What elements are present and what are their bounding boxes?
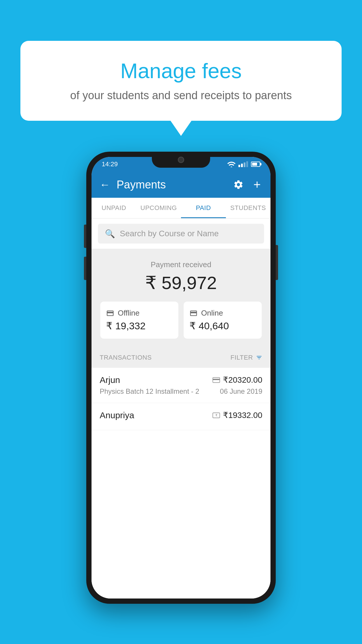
payment-total-amount: ₹ 59,972 <box>100 272 262 293</box>
transaction-name: Anupriya <box>100 410 134 420</box>
manage-fees-subtitle: of your students and send receipts to pa… <box>44 89 318 102</box>
toolbar-actions <box>233 179 262 190</box>
online-card-header: Online <box>189 309 256 318</box>
search-icon: 🔍 <box>105 229 115 239</box>
settings-icon[interactable] <box>233 179 244 190</box>
status-icons <box>227 161 260 167</box>
battery-icon <box>251 162 260 167</box>
transaction-list: Arjun ₹20320.00 Physics B <box>92 368 270 598</box>
tab-unpaid[interactable]: UNPAID <box>92 198 136 218</box>
transaction-name: Arjun <box>100 375 120 385</box>
transaction-payment-type-icon <box>212 377 220 383</box>
online-payment-card: Online ₹ 40,640 <box>184 302 262 339</box>
offline-amount: ₹ 19,332 <box>106 320 173 332</box>
wifi-icon <box>227 161 236 167</box>
transaction-row-main: Anupriya ₹ ₹19332.00 <box>100 410 262 420</box>
search-placeholder: Search by Course or Name <box>120 229 219 238</box>
back-button[interactable]: ← <box>100 178 110 191</box>
offline-payment-card: Offline ₹ 19,332 <box>100 302 178 339</box>
online-label: Online <box>201 309 223 318</box>
online-payment-icon <box>189 309 198 317</box>
transaction-amount-wrapper: ₹ ₹19332.00 <box>212 410 262 420</box>
phone-notch <box>152 152 210 168</box>
transactions-header: TRANSACTIONS FILTER <box>92 347 270 368</box>
offline-card-header: Offline <box>106 309 173 318</box>
filter-button[interactable]: FILTER <box>231 354 262 361</box>
transaction-item[interactable]: Arjun ₹20320.00 Physics B <box>92 368 270 403</box>
payment-cards: Offline ₹ 19,332 Online <box>100 302 262 339</box>
transaction-row-main: Arjun ₹20320.00 <box>100 375 262 385</box>
transaction-sub: Physics Batch 12 Installment - 2 06 June… <box>100 387 262 396</box>
battery-fill <box>252 163 257 166</box>
phone-button-volume-up <box>84 225 86 248</box>
svg-text:₹: ₹ <box>215 414 217 417</box>
transactions-label: TRANSACTIONS <box>100 354 152 361</box>
speech-bubble-wrapper: Manage fees of your students and send re… <box>20 41 342 121</box>
offline-payment-icon <box>106 309 114 317</box>
phone-screen: 14:29 <box>92 157 270 598</box>
phone-camera <box>178 157 184 163</box>
toolbar-title: Payments <box>117 178 233 191</box>
transaction-amount: ₹19332.00 <box>223 410 262 420</box>
offline-label: Offline <box>118 309 140 318</box>
phone-button-volume-down <box>84 257 86 280</box>
transaction-date: 06 June 2019 <box>220 387 262 396</box>
phone-button-power <box>276 245 278 280</box>
tab-paid[interactable]: PAID <box>181 198 226 218</box>
online-amount: ₹ 40,640 <box>189 320 256 332</box>
speech-bubble: Manage fees of your students and send re… <box>20 41 342 121</box>
payment-received-label: Payment received <box>100 260 262 269</box>
manage-fees-title: Manage fees <box>44 58 318 83</box>
transaction-item[interactable]: Anupriya ₹ ₹19332.00 <box>92 403 270 430</box>
phone-device-wrapper: 14:29 <box>86 152 276 604</box>
status-time: 14:29 <box>102 160 118 168</box>
payment-summary: Payment received ₹ 59,972 Offline <box>92 249 270 347</box>
filter-icon <box>256 354 262 361</box>
add-icon[interactable] <box>252 179 262 190</box>
transaction-amount: ₹20320.00 <box>223 375 262 385</box>
search-input[interactable]: 🔍 Search by Course or Name <box>98 224 264 244</box>
svg-rect-1 <box>213 379 220 380</box>
phone-device: 14:29 <box>86 152 276 604</box>
search-container: 🔍 Search by Course or Name <box>92 218 270 249</box>
transaction-amount-wrapper: ₹20320.00 <box>212 375 262 385</box>
signal-bars-icon <box>238 161 248 167</box>
background: Manage fees of your students and send re… <box>0 0 362 644</box>
app-toolbar: ← Payments <box>92 172 270 198</box>
tab-students[interactable]: STUDENTS <box>226 198 271 218</box>
transaction-payment-type-icon: ₹ <box>212 412 220 418</box>
filter-label: FILTER <box>231 354 253 361</box>
tab-upcoming[interactable]: UPCOMING <box>136 198 181 218</box>
tabs-bar: UNPAID UPCOMING PAID STUDENTS <box>92 198 270 218</box>
transaction-course: Physics Batch 12 Installment - 2 <box>100 387 199 396</box>
